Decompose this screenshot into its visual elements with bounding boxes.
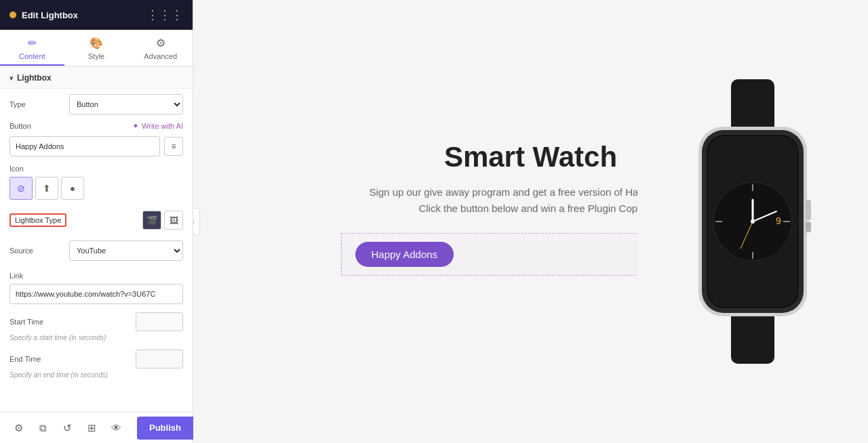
icon-row: Icon ⊘ ⬆ ●: [0, 162, 193, 205]
layers-icon-btn[interactable]: ⧉: [31, 417, 54, 440]
lightbox-type-image-btn[interactable]: 🖼: [164, 211, 183, 230]
header-dot: [9, 12, 16, 18]
button-label-row: Button ✦ Write with AI: [0, 120, 193, 135]
style-tab-icon: 🎨: [90, 37, 103, 49]
type-label: Type: [9, 100, 64, 108]
icon-circle[interactable]: ●: [61, 177, 84, 200]
watch-image-area: 9: [637, 0, 868, 443]
content-tab-label: Content: [19, 52, 45, 60]
preview-icon-btn[interactable]: 👁: [104, 417, 127, 440]
happy-addons-button[interactable]: Happy Addons: [355, 242, 454, 267]
section-title: Lightbox: [17, 73, 52, 83]
button-text-input[interactable]: [9, 136, 160, 156]
ai-icon: ✦: [132, 121, 139, 131]
link-input[interactable]: [9, 284, 183, 304]
icon-row-label: Icon: [9, 165, 183, 173]
panel-body: ▾ Lightbox Type Button Image Text Button…: [0, 66, 193, 412]
start-time-row: Start Time: [0, 310, 193, 334]
type-select[interactable]: Button Image Text: [69, 94, 183, 114]
type-field-row: Type Button Image Text: [0, 89, 193, 120]
align-button[interactable]: ≡: [164, 137, 183, 156]
source-select[interactable]: YouTube Vimeo Self Hosted: [69, 240, 183, 261]
start-time-label: Start Time: [9, 318, 136, 326]
style-tab-label: Style: [88, 52, 104, 60]
widgets-icon-btn[interactable]: ⊞: [80, 417, 103, 440]
svg-rect-16: [806, 200, 811, 220]
right-content: ‹ Smart Watch Sign up our give away prog…: [193, 0, 868, 443]
start-time-input[interactable]: [136, 312, 183, 331]
svg-rect-1: [731, 310, 774, 364]
bottom-bar: ⚙ ⧉ ↺ ⊞ 👁 Publish ▲: [0, 412, 193, 443]
svg-rect-0: [731, 79, 774, 133]
watch-svg: 9: [678, 79, 827, 364]
history-icon-btn[interactable]: ↺: [56, 417, 79, 440]
lightbox-type-row: Lightbox Type 🎬 🖼 ← 1: [0, 205, 193, 235]
button-text-row: ≡: [0, 135, 193, 162]
left-panel: Edit Lightbox ⋮⋮⋮ ✏ Content 🎨 Style ⚙ Ad…: [0, 0, 193, 443]
section-collapse-arrow[interactable]: ▾: [9, 75, 13, 82]
end-time-label: End Time: [9, 355, 136, 363]
link-label-row: Link: [0, 266, 193, 282]
panel-title: Edit Lightbox: [22, 10, 78, 20]
grid-icon[interactable]: ⋮⋮⋮: [146, 7, 183, 22]
panel-tabs: ✏ Content 🎨 Style ⚙ Advanced: [0, 30, 193, 66]
settings-icon-btn[interactable]: ⚙: [7, 417, 30, 440]
source-field-row: Source YouTube Vimeo Self Hosted: [0, 235, 193, 266]
button-field-label: Button: [9, 122, 31, 130]
end-time-row: End Time: [0, 347, 193, 371]
icon-none[interactable]: ⊘: [9, 177, 33, 200]
tab-advanced[interactable]: ⚙ Advanced: [128, 30, 193, 66]
icon-options: ⊘ ⬆ ●: [9, 177, 183, 200]
start-time-helper: Specify a start time (in seconds): [0, 334, 193, 347]
end-time-helper: Specify an end time (in seconds): [0, 371, 193, 384]
panel-header: Edit Lightbox ⋮⋮⋮: [0, 0, 193, 30]
svg-text:9: 9: [776, 215, 781, 226]
svg-rect-17: [806, 222, 811, 232]
lightbox-type-icons: 🎬 🖼: [142, 211, 183, 230]
link-input-row: [0, 282, 193, 310]
bottom-icons: ⚙ ⧉ ↺ ⊞ 👁: [0, 417, 134, 440]
end-time-input[interactable]: [136, 350, 183, 368]
content-tab-icon: ✏: [28, 37, 37, 49]
publish-button[interactable]: Publish: [137, 417, 193, 440]
advanced-tab-icon: ⚙: [156, 37, 165, 49]
collapse-panel-button[interactable]: ‹: [193, 208, 200, 235]
svg-point-14: [751, 219, 755, 224]
lightbox-type-label: Lightbox Type: [9, 213, 66, 227]
source-label: Source: [9, 247, 64, 255]
write-ai-button[interactable]: ✦ Write with AI: [132, 121, 183, 131]
icon-upload[interactable]: ⬆: [35, 177, 58, 200]
header-left: Edit Lightbox: [9, 10, 78, 20]
advanced-tab-label: Advanced: [144, 52, 177, 60]
tab-style[interactable]: 🎨 Style: [64, 30, 129, 66]
tab-content[interactable]: ✏ Content: [0, 30, 64, 66]
write-ai-label: Write with AI: [142, 122, 183, 130]
content-title: Smart Watch: [444, 141, 617, 173]
lightbox-section-header: ▾ Lightbox: [0, 66, 193, 89]
link-label: Link: [9, 272, 23, 280]
lightbox-type-video-btn[interactable]: 🎬: [142, 211, 161, 230]
